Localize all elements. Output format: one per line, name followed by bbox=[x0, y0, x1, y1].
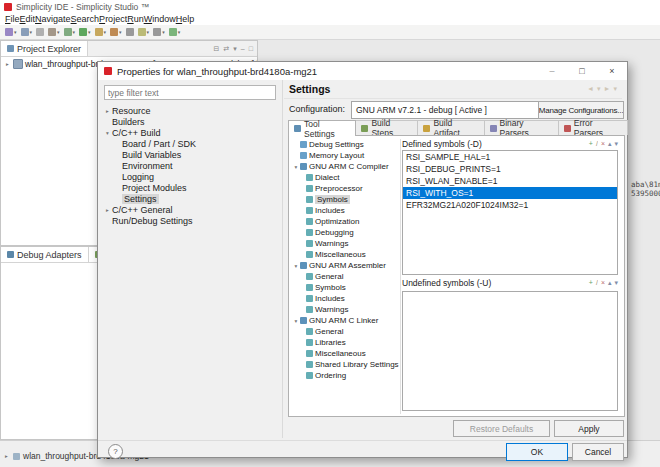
close-icon[interactable]: × bbox=[597, 62, 627, 80]
tool-tree-item[interactable]: Symbols bbox=[290, 282, 400, 293]
symbol-entry[interactable]: RSI_SAMPLE_HAL=1 bbox=[403, 151, 617, 163]
expander-icon[interactable]: ▾ bbox=[292, 318, 300, 324]
move-up-icon[interactable]: ▴ bbox=[608, 279, 612, 287]
symbol-entry[interactable]: RSI_WLAN_ENABLE=1 bbox=[403, 175, 617, 187]
tool-tree-item[interactable]: ▾ GNU ARM C Linker bbox=[290, 315, 400, 326]
tab-project-explorer[interactable]: Project Explorer bbox=[1, 41, 88, 56]
forward-icon[interactable]: ► bbox=[604, 85, 611, 93]
menu-item[interactable]: Window bbox=[144, 14, 176, 24]
undefined-symbols-list[interactable] bbox=[402, 291, 618, 411]
defined-symbols-list[interactable]: RSI_SAMPLE_HAL=1RSI_DEBUG_PRINTS=1RSI_WL… bbox=[402, 150, 618, 275]
settings-tab[interactable]: Tool Settings bbox=[288, 120, 356, 136]
search-icon[interactable] bbox=[126, 28, 134, 36]
tool-tree-item[interactable]: Optimization bbox=[290, 216, 400, 227]
settings-tab[interactable]: Build Artifact bbox=[417, 120, 484, 135]
nav-tree-item[interactable]: ▸ C/C++ General bbox=[101, 204, 279, 215]
restore-defaults-button[interactable]: Restore Defaults bbox=[453, 420, 550, 437]
tool-tree-item[interactable]: ▾ GNU ARM C Compiler bbox=[290, 161, 400, 172]
copy-icon[interactable] bbox=[36, 28, 44, 36]
menu-item[interactable]: Search bbox=[71, 14, 100, 24]
dropdown-caret-icon[interactable]: ▾ bbox=[88, 30, 91, 35]
tool-tree-item[interactable]: Miscellaneous bbox=[290, 348, 400, 359]
nav-tree-item[interactable]: Build Variables bbox=[101, 149, 279, 160]
tool-tree-item[interactable]: ▾ GNU ARM Assembler bbox=[290, 260, 400, 271]
menu-item[interactable]: Navigate bbox=[35, 14, 71, 24]
tool-tree-item[interactable]: General bbox=[290, 271, 400, 282]
nav-tree-item[interactable]: Logging bbox=[101, 171, 279, 182]
dropdown-caret-icon[interactable]: ▾ bbox=[57, 30, 60, 35]
expander-icon[interactable]: ▸ bbox=[103, 108, 112, 114]
tool-tree-item[interactable]: Miscellaneous bbox=[290, 249, 400, 260]
tool-tree-item[interactable]: General bbox=[290, 326, 400, 337]
flash-programmer-icon[interactable]: ▾ bbox=[95, 28, 107, 36]
profiler-icon[interactable]: ▾ bbox=[110, 28, 122, 36]
tool-tree-item[interactable]: Debugging bbox=[290, 227, 400, 238]
annotation-icon[interactable]: ▾ bbox=[138, 28, 150, 36]
tool-tree-item[interactable]: Includes bbox=[290, 293, 400, 304]
expander-icon[interactable]: ▾ bbox=[292, 263, 300, 269]
move-up-icon[interactable]: ▴ bbox=[608, 140, 612, 148]
maximize-icon[interactable]: □ bbox=[249, 45, 253, 52]
maximize-icon[interactable]: □ bbox=[567, 62, 597, 80]
expander-icon[interactable]: ▸ bbox=[4, 61, 11, 67]
expander-icon[interactable]: ▾ bbox=[292, 164, 300, 170]
nav-tree-item[interactable]: Environment bbox=[101, 160, 279, 171]
tool-tree-item[interactable]: Preprocessor bbox=[290, 183, 400, 194]
delete-icon[interactable]: × bbox=[601, 279, 605, 287]
nav-tree-item[interactable]: Run/Debug Settings bbox=[101, 215, 279, 226]
bottom-panel-tab[interactable]: Debug Adapters bbox=[1, 247, 89, 262]
back-menu-icon[interactable]: ▾ bbox=[597, 85, 601, 93]
save-icon[interactable]: ▾ bbox=[21, 28, 33, 36]
add-icon[interactable]: + bbox=[589, 279, 593, 287]
menu-item[interactable]: File bbox=[5, 14, 20, 24]
dropdown-caret-icon[interactable]: ▾ bbox=[30, 30, 33, 35]
tool-tree-item[interactable]: Warnings bbox=[290, 304, 400, 315]
tool-tree-item[interactable]: Includes bbox=[290, 205, 400, 216]
edit-icon[interactable]: / bbox=[596, 140, 598, 148]
settings-tab[interactable]: Error Parsers bbox=[558, 120, 628, 135]
new-wizard-icon[interactable]: ▾ bbox=[5, 28, 17, 36]
back-icon[interactable]: ◄ bbox=[587, 85, 594, 93]
move-down-icon[interactable]: ▾ bbox=[614, 279, 618, 287]
menu-item[interactable]: Project bbox=[99, 14, 127, 24]
settings-tab[interactable]: Build Steps bbox=[355, 120, 418, 135]
dropdown-caret-icon[interactable]: ▾ bbox=[119, 30, 122, 35]
nav-tree-item[interactable]: ▾ C/C++ Build bbox=[101, 127, 279, 138]
delete-icon[interactable]: × bbox=[601, 140, 605, 148]
tool-tree-item[interactable]: Ordering bbox=[290, 370, 400, 381]
nav-tree-item[interactable]: Builders bbox=[101, 116, 279, 127]
menu-item[interactable]: Help bbox=[176, 14, 195, 24]
dropdown-caret-icon[interactable]: ▾ bbox=[73, 30, 76, 35]
dropdown-caret-icon[interactable]: ▾ bbox=[178, 30, 181, 35]
link-editor-icon[interactable]: ⇄ bbox=[223, 45, 229, 53]
view-menu-icon[interactable]: ▾ bbox=[233, 45, 237, 53]
tool-tree-item[interactable]: Shared Library Settings bbox=[290, 359, 400, 370]
previous-icon[interactable]: ▾ bbox=[153, 28, 165, 36]
tool-tree-item[interactable]: Dialect bbox=[290, 172, 400, 183]
add-icon[interactable]: + bbox=[589, 140, 593, 148]
expander-icon[interactable]: ▾ bbox=[103, 130, 112, 136]
filter-input[interactable] bbox=[104, 85, 276, 100]
tool-tree-item[interactable]: Libraries bbox=[290, 337, 400, 348]
dropdown-caret-icon[interactable]: ▾ bbox=[104, 30, 107, 35]
nav-tree-item[interactable]: ▸ Resource bbox=[101, 105, 279, 116]
minimize-icon[interactable]: – bbox=[537, 62, 567, 80]
forward-menu-icon[interactable]: ▾ bbox=[613, 85, 617, 93]
dropdown-caret-icon[interactable]: ▾ bbox=[162, 30, 165, 35]
tool-tree-item[interactable]: Warnings bbox=[290, 238, 400, 249]
manage-configurations-button[interactable]: Manage Configurations... bbox=[538, 101, 624, 119]
ok-button[interactable]: OK bbox=[506, 443, 568, 461]
menu-item[interactable]: Run bbox=[127, 14, 144, 24]
symbol-entry[interactable]: RSI_DEBUG_PRINTS=1 bbox=[403, 163, 617, 175]
symbol-entry[interactable]: EFR32MG21A020F1024IM32=1 bbox=[403, 199, 617, 211]
minimize-icon[interactable]: – bbox=[241, 45, 245, 52]
configuration-dropdown[interactable]: GNU ARM v7.2.1 - debug [ Active ] ▾ bbox=[351, 101, 551, 119]
settings-tab[interactable]: Binary Parsers bbox=[484, 120, 559, 135]
build-icon[interactable]: ▾ bbox=[48, 28, 60, 36]
debug-icon[interactable]: ▾ bbox=[64, 28, 76, 36]
dropdown-caret-icon[interactable]: ▾ bbox=[14, 30, 17, 35]
symbol-entry[interactable]: RSI_WITH_OS=1 bbox=[403, 187, 617, 199]
run-icon[interactable]: ▾ bbox=[79, 28, 91, 36]
apply-button[interactable]: Apply bbox=[554, 420, 624, 437]
edit-icon[interactable]: / bbox=[596, 279, 598, 287]
